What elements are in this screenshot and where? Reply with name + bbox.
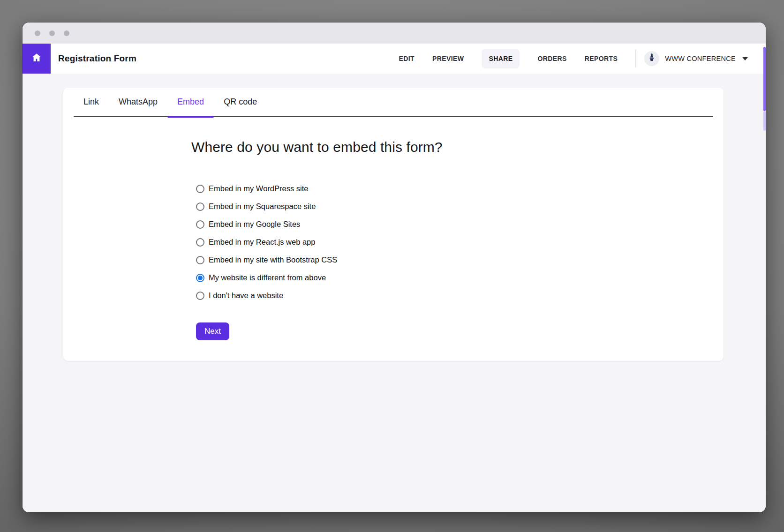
option-no-website[interactable]: I don't have a website — [196, 290, 724, 301]
tab-embed[interactable]: Embed — [167, 88, 214, 116]
option-label: My website is different from above — [209, 273, 326, 282]
option-squarespace[interactable]: Embed in my Squarespace site — [196, 201, 724, 212]
speaker-podium-icon — [647, 53, 656, 64]
home-icon — [31, 52, 42, 65]
embed-options: Embed in my WordPress site Embed in my S… — [196, 183, 724, 301]
tab-qr-code[interactable]: QR code — [214, 88, 267, 116]
page-title: Registration Form — [51, 44, 136, 74]
nav-orders[interactable]: ORDERS — [537, 55, 566, 62]
avatar — [644, 51, 659, 66]
account-menu[interactable]: WWW CONFERENCE — [644, 51, 766, 66]
header-divider — [635, 50, 636, 67]
radio-button-selected[interactable] — [196, 274, 204, 282]
share-tabs: Link WhatsApp Embed QR code — [74, 88, 713, 117]
option-label: Embed in my React.js web app — [209, 238, 315, 247]
option-label: Embed in my WordPress site — [209, 184, 308, 193]
app-header: Registration Form EDIT PREVIEW SHARE ORD… — [23, 44, 766, 74]
radio-button[interactable] — [196, 220, 204, 229]
option-label: Embed in my site with Bootstrap CSS — [209, 255, 337, 264]
scrollbar-track[interactable] — [763, 111, 766, 131]
share-card: Link WhatsApp Embed QR code Where do you… — [63, 88, 724, 361]
radio-button[interactable] — [196, 292, 204, 300]
tab-whatsapp[interactable]: WhatsApp — [109, 88, 167, 116]
radio-button[interactable] — [196, 202, 204, 211]
next-button[interactable]: Next — [196, 322, 229, 340]
scrollbar-thumb[interactable] — [763, 47, 766, 111]
window-control-dot[interactable] — [49, 30, 55, 36]
option-google-sites[interactable]: Embed in my Google Sites — [196, 219, 724, 230]
tab-link[interactable]: Link — [74, 88, 109, 116]
question-heading: Where do you want to embed this form? — [191, 139, 724, 155]
option-wordpress[interactable]: Embed in my WordPress site — [196, 183, 724, 194]
nav-edit[interactable]: EDIT — [399, 55, 415, 62]
app-window: Registration Form EDIT PREVIEW SHARE ORD… — [23, 22, 766, 512]
chevron-down-icon — [742, 57, 748, 60]
radio-button[interactable] — [196, 256, 204, 264]
option-bootstrap[interactable]: Embed in my site with Bootstrap CSS — [196, 255, 724, 265]
home-button[interactable] — [23, 44, 51, 74]
desktop-background: Registration Form EDIT PREVIEW SHARE ORD… — [0, 0, 784, 532]
option-label: I don't have a website — [209, 291, 283, 300]
option-label: Embed in my Squarespace site — [209, 202, 316, 211]
window-control-dot[interactable] — [35, 30, 40, 36]
window-titlebar — [23, 22, 766, 44]
option-reactjs[interactable]: Embed in my React.js web app — [196, 237, 724, 247]
option-label: Embed in my Google Sites — [209, 220, 300, 229]
nav-reports[interactable]: REPORTS — [585, 55, 618, 62]
window-control-dot[interactable] — [64, 30, 69, 36]
top-navigation: EDIT PREVIEW SHARE ORDERS REPORTS — [399, 49, 618, 68]
nav-share[interactable]: SHARE — [482, 49, 520, 68]
account-name: WWW CONFERENCE — [665, 55, 736, 62]
nav-preview[interactable]: PREVIEW — [432, 55, 464, 62]
radio-button[interactable] — [196, 238, 204, 247]
radio-button[interactable] — [196, 185, 204, 193]
option-different-website[interactable]: My website is different from above — [196, 272, 724, 283]
embed-panel: Where do you want to embed this form? Em… — [63, 117, 724, 340]
main-content: Link WhatsApp Embed QR code Where do you… — [23, 74, 766, 512]
